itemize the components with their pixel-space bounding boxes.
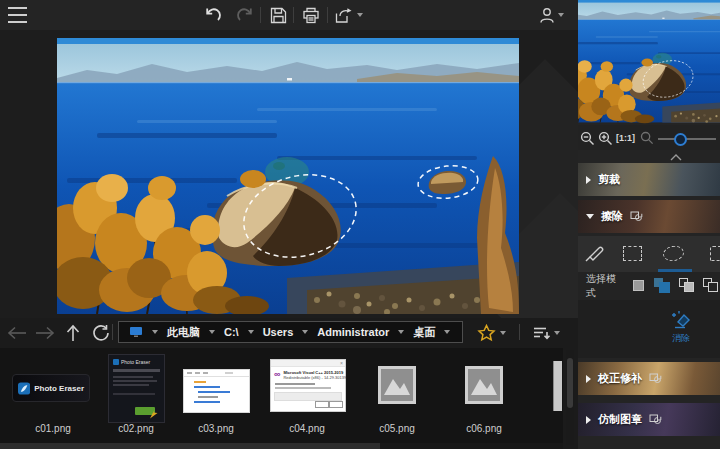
breadcrumb-item-desktop[interactable]: 桌面	[413, 325, 435, 340]
zoom-fit-button[interactable]	[640, 131, 654, 145]
breadcrumb-item-this-pc[interactable]: 此电脑	[167, 325, 200, 340]
back-button[interactable]	[6, 322, 28, 344]
breadcrumb: 此电脑 C:\ Users Administrator 桌面	[118, 321, 463, 343]
photo-canvas[interactable]	[57, 38, 519, 314]
zoom-in-button[interactable]	[598, 131, 613, 146]
file-thumbnail-c01[interactable]: Photo Eraser	[12, 374, 90, 402]
add-selection-icon-front	[659, 282, 670, 293]
view-sort-button[interactable]	[528, 322, 564, 344]
favorites-button[interactable]	[474, 322, 508, 344]
navigator-thumbnail[interactable]	[578, 0, 720, 126]
horizontal-scrollbar[interactable]	[0, 443, 563, 449]
sort-list-icon	[533, 326, 551, 340]
new-selection-icon	[633, 280, 644, 291]
vertical-scrollbar-thumb[interactable]	[567, 358, 573, 408]
reset-panel-icon[interactable]	[649, 414, 662, 426]
arrow-up-icon	[66, 324, 80, 342]
selection-mode-new-button[interactable]	[633, 278, 646, 294]
zoom-slider-track[interactable]	[658, 138, 716, 140]
erase-apply-button[interactable]: 消除	[662, 310, 700, 345]
chevron-down-icon[interactable]	[302, 330, 308, 334]
breadcrumb-item-users[interactable]: Users	[263, 326, 294, 338]
up-button[interactable]	[62, 322, 84, 344]
selection-mode-add-button[interactable]	[654, 278, 671, 294]
panel-header-clone[interactable]: 仿制图章	[578, 403, 720, 436]
file-thumbnail-c06[interactable]	[465, 366, 503, 404]
image-placeholder-icon	[378, 366, 416, 404]
chevron-up-icon[interactable]	[670, 154, 682, 161]
subtract-selection-icon-front	[684, 282, 694, 292]
lasso-tool-button[interactable]	[663, 246, 684, 261]
erase-action-area: 消除	[578, 300, 720, 358]
toolbar-separator	[293, 7, 294, 23]
file-thumbnail-c02[interactable]: Photo Eraser	[108, 354, 165, 423]
chevron-down-icon[interactable]	[444, 330, 450, 334]
breadcrumb-item-c-drive[interactable]: C:\	[224, 326, 239, 338]
installer-text-line	[113, 376, 153, 378]
thumb-toolbar-mark	[187, 372, 192, 374]
undo-button[interactable]	[201, 4, 225, 26]
refresh-button[interactable]	[90, 322, 112, 344]
redo-button[interactable]	[233, 4, 257, 26]
marker-tool-button[interactable]	[584, 244, 606, 263]
thumb-text-line	[198, 396, 218, 398]
reset-panel-icon[interactable]	[649, 373, 662, 385]
thumb-text-line	[198, 391, 230, 393]
file-name-label: c06.png	[448, 423, 520, 434]
panel-collapse-row	[578, 150, 720, 163]
dialog-text-line	[275, 383, 315, 385]
rect-marquee-tool-button[interactable]	[623, 246, 642, 261]
navbar-separator	[112, 324, 113, 340]
vertical-scrollbar[interactable]	[566, 350, 574, 445]
file-name-label: c03.png	[180, 423, 252, 434]
image-placeholder-icon	[465, 366, 503, 404]
file-navigation-bar: 此电脑 C:\ Users Administrator 桌面	[0, 318, 578, 348]
zoom-out-button[interactable]	[580, 131, 595, 146]
forward-button[interactable]	[34, 322, 56, 344]
selection-mode-subtract-button[interactable]	[679, 278, 696, 294]
zoom-slider-handle[interactable]	[674, 133, 687, 146]
selection-mode-intersect-button[interactable]	[703, 278, 720, 294]
file-name-label: c01.png	[10, 423, 96, 434]
file-name-label: c05.png	[361, 423, 433, 434]
print-button[interactable]	[299, 4, 323, 26]
lasso-icon	[662, 244, 685, 262]
account-button[interactable]	[536, 4, 566, 26]
panel-header-erase[interactable]: 擦除	[578, 200, 720, 233]
save-button[interactable]	[266, 4, 290, 26]
eraser-icon	[670, 310, 692, 330]
panel-header-crop[interactable]: 剪裁	[578, 163, 720, 196]
file-thumbnail-partial[interactable]	[553, 361, 562, 411]
collapsed-arrow-icon	[586, 176, 591, 184]
reset-panel-icon[interactable]	[630, 211, 643, 223]
dialog-title-line2: Redistributable (x86) - 14.29.30139	[283, 375, 346, 380]
polygon-tool-button[interactable]	[710, 246, 720, 261]
chevron-down-icon[interactable]	[248, 330, 254, 334]
chevron-down-icon[interactable]	[398, 330, 404, 334]
computer-icon[interactable]	[129, 326, 143, 338]
installer-progress-bar	[113, 369, 160, 372]
file-thumbnail-c04[interactable]: × ∞ Microsoft Visual C++ 2015-2019 Redis…	[270, 359, 346, 412]
chevron-down-icon[interactable]	[152, 330, 158, 334]
horizontal-scrollbar-thumb[interactable]	[0, 443, 380, 449]
floppy-disk-icon	[270, 7, 287, 24]
file-thumbnail-c03[interactable]	[183, 369, 250, 413]
file-name-label: c02.png	[100, 423, 172, 434]
file-thumbnail-c05[interactable]	[378, 366, 416, 404]
selection-mode-label: 选择模式	[586, 272, 625, 300]
collapsed-arrow-icon	[586, 416, 591, 424]
hamburger-menu-icon[interactable]	[5, 4, 29, 26]
cursor-arrow-icon	[149, 409, 158, 419]
user-icon	[539, 7, 555, 24]
expanded-arrow-icon	[586, 214, 594, 219]
zoom-out-icon	[580, 131, 595, 146]
chevron-down-icon[interactable]	[209, 330, 215, 334]
panel-header-correction[interactable]: 校正修补	[578, 362, 720, 395]
breadcrumb-item-administrator[interactable]: Administrator	[317, 326, 389, 338]
intersect-selection-icon-front	[708, 282, 718, 292]
thumb-toolbar-mark	[225, 372, 233, 374]
share-button[interactable]	[333, 4, 363, 26]
installer-text-line	[113, 384, 149, 386]
polygon-lasso-icon	[710, 246, 720, 261]
zoom-1to1-button[interactable]: [1:1]	[616, 133, 635, 143]
